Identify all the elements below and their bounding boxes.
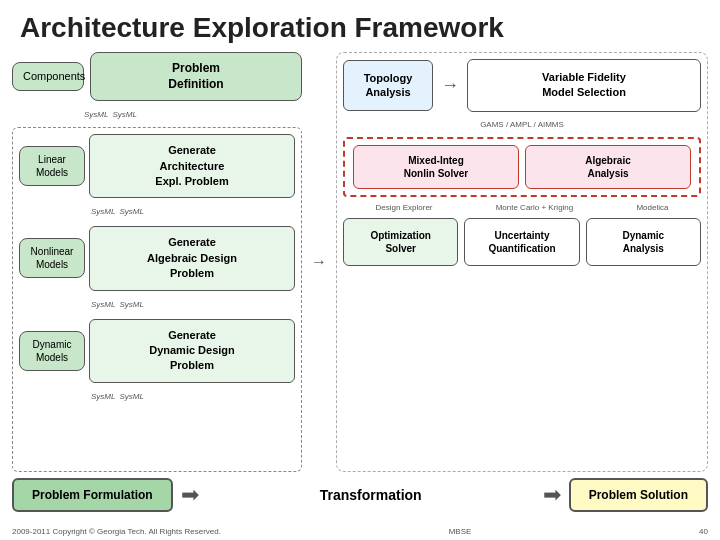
- sysml-label-1: SysML: [84, 110, 108, 119]
- bottom-bar: Problem Formulation ➡ Transformation ➡ P…: [0, 474, 720, 516]
- middle-right-row: Mixed-Integ Nonlin Solver Algebraic Anal…: [343, 137, 701, 197]
- nonlinear-models-section: NonlinearModels Generate Algebraic Desig…: [19, 226, 295, 290]
- gen-alg-line3: Problem: [170, 267, 214, 279]
- footer-label: MBSE: [449, 527, 472, 536]
- dynamic-models-box: DynamicModels: [19, 331, 85, 371]
- sysml-s1-left: SysML: [91, 207, 115, 216]
- gen-arch-line1: Generate: [168, 144, 216, 156]
- transformation-label: Transformation: [207, 487, 535, 503]
- gen-alg-line1: Generate: [168, 236, 216, 248]
- gen-alg-line2: Algebraic Design: [147, 252, 237, 264]
- alg-line2: Analysis: [587, 168, 628, 179]
- bottom-right-labels: Design Explorer Monte Carlo + Kriging Mo…: [343, 203, 701, 212]
- variable-fidelity-box: Variable Fidelity Model Selection: [467, 59, 701, 112]
- opt-line2: Solver: [385, 243, 416, 254]
- solution-arrow: ➡: [543, 482, 561, 508]
- bottom-right-row: Optimization Solver Uncertainty Quantifi…: [343, 218, 701, 266]
- topology-to-vf-arrow: →: [441, 75, 459, 96]
- page-number: 40: [699, 527, 708, 536]
- right-outer-box: Topology Analysis → Variable Fidelity Mo…: [336, 52, 708, 472]
- dyn-line2: Analysis: [623, 243, 664, 254]
- modelica-label: Modelica: [636, 203, 668, 212]
- dyn-line1: Dynamic: [622, 230, 664, 241]
- page-title: Architecture Exploration Framework: [0, 0, 720, 52]
- sysml-s3-right: SysML: [119, 392, 143, 401]
- topology-line2: Analysis: [365, 86, 410, 98]
- footer: 2009-2011 Copyright © Georgia Tech. All …: [12, 527, 708, 536]
- dynamic-models-section: DynamicModels Generate Dynamic Design Pr…: [19, 319, 295, 383]
- mixed-integ-box: Mixed-Integ Nonlin Solver: [353, 145, 519, 189]
- opt-line1: Optimization: [370, 230, 431, 241]
- linear-models-label: Linear Models: [36, 154, 68, 178]
- sysml-s2-left: SysML: [91, 300, 115, 309]
- nonlinear-models-label: NonlinearModels: [31, 246, 74, 270]
- uncertainty-quantification-box: Uncertainty Quantification: [464, 218, 579, 266]
- sysml-label-2: SysML: [112, 110, 136, 119]
- prob-def-label2: Definition: [168, 77, 223, 91]
- monte-carlo-label: Monte Carlo + Kriging: [496, 203, 574, 212]
- mixed-line1: Mixed-Integ: [408, 155, 464, 166]
- algebraic-analysis-box: Algebraic Analysis: [525, 145, 691, 189]
- copyright-label: 2009-2011 Copyright © Georgia Tech. All …: [12, 527, 221, 536]
- left-to-right-arrow: →: [310, 253, 328, 271]
- gen-arch-line3: Expl. Problem: [155, 175, 228, 187]
- gams-label: GAMS / AMPL / AIMMS: [343, 120, 701, 129]
- gen-arch-line2: Architecture: [160, 160, 225, 172]
- gen-dyn-line2: Dynamic Design: [149, 344, 235, 356]
- sysml-s2-right: SysML: [119, 300, 143, 309]
- linear-models-section: Linear Models Generate Architecture Expl…: [19, 134, 295, 198]
- optimization-solver-box: Optimization Solver: [343, 218, 458, 266]
- transformation-arrow: ➡: [181, 482, 199, 508]
- vf-line1: Variable Fidelity: [542, 71, 626, 83]
- alg-line1: Algebraic: [585, 155, 631, 166]
- generate-dynamic-box: Generate Dynamic Design Problem: [89, 319, 295, 383]
- topology-line1: Topology: [364, 72, 413, 84]
- problem-definition-box: Problem Definition: [90, 52, 302, 101]
- left-sections: Linear Models Generate Architecture Expl…: [12, 127, 302, 472]
- unc-line2: Quantification: [488, 243, 555, 254]
- mixed-line2: Nonlin Solver: [404, 168, 468, 179]
- sysml-s3-left: SysML: [91, 392, 115, 401]
- generate-algebraic-box: Generate Algebraic Design Problem: [89, 226, 295, 290]
- problem-solution-button[interactable]: Problem Solution: [569, 478, 708, 512]
- prob-def-label1: Problem: [172, 61, 220, 75]
- dynamic-models-label: DynamicModels: [33, 339, 72, 363]
- components-box: Components: [12, 62, 84, 90]
- components-label: Components: [23, 70, 85, 82]
- design-explorer-label: Design Explorer: [376, 203, 433, 212]
- gen-dyn-line3: Problem: [170, 359, 214, 371]
- gen-dyn-line1: Generate: [168, 329, 216, 341]
- top-right-row: Topology Analysis → Variable Fidelity Mo…: [343, 59, 701, 112]
- dynamic-analysis-box: Dynamic Analysis: [586, 218, 701, 266]
- sysml-s1-right: SysML: [119, 207, 143, 216]
- nonlinear-models-box: NonlinearModels: [19, 238, 85, 278]
- linear-models-box: Linear Models: [19, 146, 85, 186]
- problem-formulation-button[interactable]: Problem Formulation: [12, 478, 173, 512]
- vf-line2: Model Selection: [542, 86, 626, 98]
- generate-architecture-box: Generate Architecture Expl. Problem: [89, 134, 295, 198]
- topology-analysis-box: Topology Analysis: [343, 60, 433, 111]
- unc-line1: Uncertainty: [494, 230, 549, 241]
